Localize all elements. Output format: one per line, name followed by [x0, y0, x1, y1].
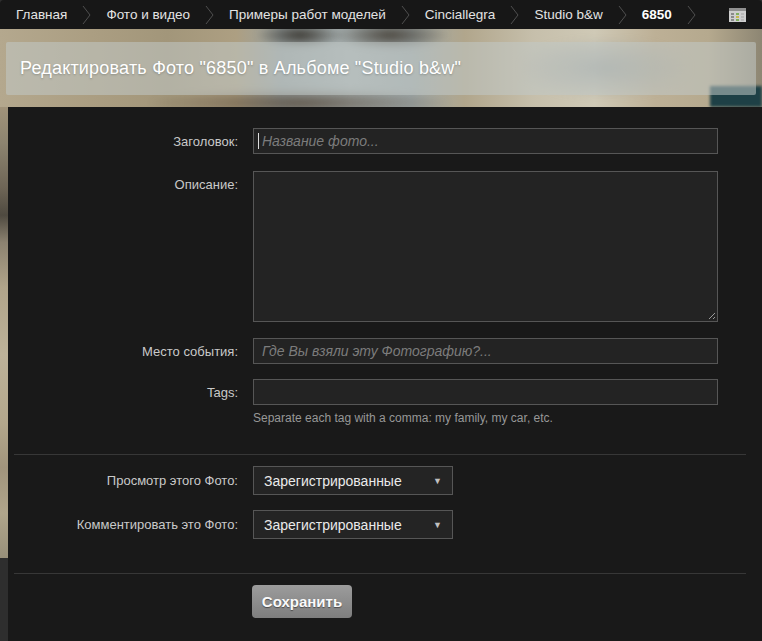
breadcrumb-photo-video[interactable]: Фото и видео — [106, 7, 190, 22]
view-permission-label: Просмотр этого Фото: — [8, 473, 238, 488]
chevron-separator-icon — [205, 5, 214, 25]
tags-label: Tags: — [8, 385, 238, 400]
place-input[interactable] — [253, 338, 718, 364]
title-input[interactable] — [253, 128, 718, 154]
breadcrumb-cinciallegra[interactable]: Cinciallegra — [425, 7, 496, 22]
text-cursor — [258, 133, 259, 149]
description-label: Описание: — [8, 177, 238, 192]
title-label: Заголовок: — [8, 134, 238, 149]
breadcrumb-studio-bw[interactable]: Studio b&w — [534, 7, 602, 22]
section-divider — [14, 573, 746, 574]
chevron-separator-icon — [618, 5, 627, 25]
page-title-band: Редактировать Фото "6850" в Альбоме "Stu… — [6, 42, 756, 95]
chevron-separator-icon — [401, 5, 410, 25]
chevron-separator-icon — [687, 5, 696, 25]
table-icon[interactable] — [729, 8, 746, 22]
save-button[interactable]: Сохранить — [252, 585, 352, 618]
tags-hint: Separate each tag with a comma: my famil… — [253, 411, 553, 425]
tags-input[interactable] — [253, 379, 718, 405]
chevron-separator-icon — [82, 5, 91, 25]
view-permission-select[interactable]: Зарегистрированные ▼ — [253, 466, 453, 495]
breadcrumb-current-6850: 6850 — [642, 7, 672, 22]
description-textarea[interactable] — [253, 171, 718, 322]
chevron-separator-icon — [510, 5, 519, 25]
comment-permission-label: Комментировать это Фото: — [8, 517, 238, 532]
edit-photo-form: Заголовок: Описание: Место события: Tags… — [8, 107, 762, 641]
section-divider — [14, 454, 746, 455]
comment-permission-select[interactable]: Зарегистрированные ▼ — [253, 510, 453, 539]
breadcrumb-home[interactable]: Главная — [16, 7, 67, 22]
dropdown-arrow-icon: ▼ — [433, 520, 442, 530]
page-title: Редактировать Фото "6850" в Альбоме "Stu… — [20, 58, 461, 79]
background-photo-edge — [0, 107, 8, 558]
comment-permission-value: Зарегистрированные — [264, 517, 402, 533]
photo-edit-page: Главная Фото и видео Примеры работ модел… — [0, 0, 762, 641]
dropdown-arrow-icon: ▼ — [433, 476, 442, 486]
breadcrumb: Главная Фото и видео Примеры работ модел… — [0, 0, 762, 29]
breadcrumb-model-examples[interactable]: Примеры работ моделей — [229, 7, 386, 22]
place-label: Место события: — [8, 344, 238, 359]
view-permission-value: Зарегистрированные — [264, 473, 402, 489]
